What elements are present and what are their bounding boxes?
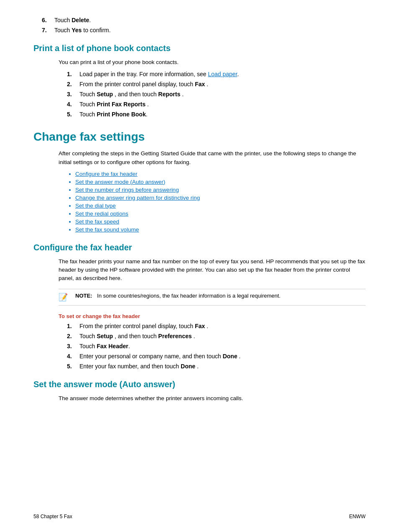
- set-answer-mode-body: The answer mode determines whether the p…: [59, 394, 366, 403]
- footer-right: ENWW: [349, 514, 366, 519]
- step-7: 7. Touch Yes to confirm.: [33, 27, 366, 33]
- bullet-set-dial-type: Set the dial type: [75, 203, 366, 209]
- configure-fax-header-body: The fax header prints your name and fax …: [59, 257, 366, 283]
- change-fax-settings-heading: Change fax settings: [33, 130, 366, 144]
- fax-header-step-3: 3. Touch Fax Header.: [59, 343, 366, 350]
- fax-header-step-1-bold: Fax: [195, 323, 205, 329]
- fax-header-step-4-content: Enter your personal or company name, and…: [79, 353, 366, 360]
- phonebook-step-4-content: Touch Print Fax Reports .: [79, 101, 366, 108]
- phonebook-step-2-num: 2.: [67, 81, 79, 87]
- note-content: In some countries/regions, the fax heade…: [97, 293, 281, 299]
- phonebook-step-1-content: Load paper in the tray. For more informa…: [79, 71, 366, 77]
- load-paper-link[interactable]: Load paper: [208, 71, 237, 77]
- fax-header-step-1: 1. From the printer control panel displa…: [59, 323, 366, 329]
- fax-header-step-5-content: Enter your fax number, and then touch Do…: [79, 363, 366, 370]
- step-6-bold: Delete: [72, 17, 89, 23]
- set-fax-sound-volume-link[interactable]: Set the fax sound volume: [75, 226, 139, 233]
- fax-header-step-2: 2. Touch Setup , and then touch Preferen…: [59, 333, 366, 339]
- phonebook-step-5: 5. Touch Print Phone Book.: [59, 111, 366, 118]
- step-6: 6. Touch Delete.: [33, 17, 366, 23]
- fax-header-step-3-content: Touch Fax Header.: [79, 343, 366, 350]
- bullet-configure-fax-header: Configure the fax header: [75, 171, 366, 177]
- step-6-number: 6.: [42, 17, 54, 23]
- phonebook-step-5-bold: Print Phone Book: [97, 111, 146, 118]
- step-7-bold: Yes: [72, 27, 82, 33]
- print-phonebook-intro: You can print a list of your phone book …: [59, 58, 366, 67]
- set-answer-mode-heading: Set the answer mode (Auto answer): [33, 380, 366, 389]
- note-label: NOTE:: [75, 293, 92, 299]
- bullet-set-number-rings: Set the number of rings before answering: [75, 187, 366, 193]
- phonebook-step-5-num: 5.: [67, 111, 79, 118]
- phonebook-step-4-num: 4.: [67, 101, 79, 108]
- fax-header-step-2-num: 2.: [67, 333, 79, 339]
- configure-fax-header-section: The fax header prints your name and fax …: [33, 257, 366, 370]
- print-phonebook-heading: Print a list of phone book contacts: [33, 44, 366, 53]
- bullet-set-fax-sound-volume: Set the fax sound volume: [75, 226, 366, 233]
- step-6-content: Touch Delete.: [54, 17, 366, 23]
- configure-fax-header-steps: 1. From the printer control panel displa…: [59, 323, 366, 370]
- phonebook-step-3-content: Touch Setup , and then touch Reports .: [79, 91, 366, 98]
- fax-header-step-5-num: 5.: [67, 363, 79, 370]
- phonebook-step-1-num: 1.: [67, 71, 79, 77]
- set-fax-speed-link[interactable]: Set the fax speed: [75, 218, 119, 225]
- phonebook-step-2: 2. From the printer control panel displa…: [59, 81, 366, 87]
- phonebook-step-2-bold: Fax: [195, 81, 205, 87]
- bullet-set-answer-mode: Set the answer mode (Auto answer): [75, 179, 366, 185]
- configure-fax-header-link[interactable]: Configure the fax header: [75, 171, 138, 177]
- bullet-set-redial-options: Set the redial options: [75, 211, 366, 217]
- fax-header-step-5: 5. Enter your fax number, and then touch…: [59, 363, 366, 370]
- set-answer-mode-link[interactable]: Set the answer mode (Auto answer): [75, 179, 165, 185]
- phonebook-step-4-bold: Print Fax Reports: [97, 101, 146, 108]
- note-icon: 📝: [59, 293, 71, 302]
- intro-steps-list: 6. Touch Delete. 7. Touch Yes to confirm…: [33, 17, 366, 33]
- note-text: NOTE: In some countries/regions, the fax…: [75, 293, 281, 299]
- phonebook-step-5-content: Touch Print Phone Book.: [79, 111, 366, 118]
- configure-fax-header-heading: Configure the fax header: [33, 243, 366, 252]
- fax-header-step-3-num: 3.: [67, 343, 79, 350]
- bullet-change-answer-ring: Change the answer ring pattern for disti…: [75, 195, 366, 201]
- phonebook-step-3-bold1: Setup: [97, 91, 113, 98]
- change-fax-settings-links: Configure the fax header Set the answer …: [59, 171, 366, 233]
- phonebook-step-3: 3. Touch Setup , and then touch Reports …: [59, 91, 366, 98]
- phonebook-step-3-num: 3.: [67, 91, 79, 98]
- note-box: 📝 NOTE: In some countries/regions, the f…: [59, 289, 366, 306]
- set-redial-options-link[interactable]: Set the redial options: [75, 211, 128, 217]
- change-answer-ring-link[interactable]: Change the answer ring pattern for disti…: [75, 195, 200, 201]
- phonebook-step-4: 4. Touch Print Fax Reports .: [59, 101, 366, 108]
- fax-header-step-4-num: 4.: [67, 353, 79, 360]
- change-fax-settings-section: After completing the steps in the Gettin…: [33, 149, 366, 233]
- change-fax-settings-intro: After completing the steps in the Gettin…: [59, 149, 366, 167]
- fax-header-step-4-bold: Done: [223, 353, 237, 360]
- footer-left: 58 Chapter 5 Fax: [33, 514, 72, 519]
- step-7-number: 7.: [42, 27, 54, 33]
- fax-header-step-2-content: Touch Setup , and then touch Preferences…: [79, 333, 366, 339]
- set-number-rings-link[interactable]: Set the number of rings before answering: [75, 187, 179, 193]
- fax-header-step-3-bold: Fax Header: [97, 343, 128, 350]
- page: 6. Touch Delete. 7. Touch Yes to confirm…: [0, 0, 399, 532]
- set-dial-type-link[interactable]: Set the dial type: [75, 203, 116, 209]
- phonebook-step-3-bold2: Reports: [158, 91, 180, 98]
- step-7-content: Touch Yes to confirm.: [54, 27, 366, 33]
- bullet-set-fax-speed: Set the fax speed: [75, 218, 366, 225]
- set-change-fax-header-subheading: To set or change the fax header: [59, 313, 366, 319]
- print-phonebook-steps: 1. Load paper in the tray. For more info…: [59, 71, 366, 118]
- fax-header-step-4: 4. Enter your personal or company name, …: [59, 353, 366, 360]
- phonebook-step-2-content: From the printer control panel display, …: [79, 81, 366, 87]
- fax-header-step-1-content: From the printer control panel display, …: [79, 323, 366, 329]
- fax-header-step-5-bold: Done: [181, 363, 195, 370]
- fax-header-step-2-bold1: Setup: [97, 333, 113, 339]
- phonebook-step-1: 1. Load paper in the tray. For more info…: [59, 71, 366, 77]
- footer: 58 Chapter 5 Fax ENWW: [33, 514, 366, 519]
- fax-header-step-1-num: 1.: [67, 323, 79, 329]
- fax-header-step-2-bold2: Preferences: [158, 333, 192, 339]
- print-phonebook-section: You can print a list of your phone book …: [33, 58, 366, 118]
- set-answer-mode-section: The answer mode determines whether the p…: [33, 394, 366, 403]
